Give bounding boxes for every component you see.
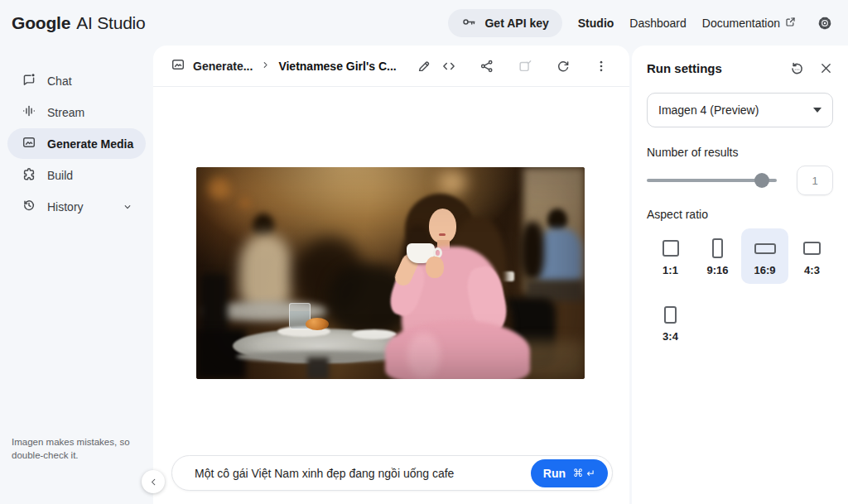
run-button-label: Run xyxy=(543,467,566,480)
run-settings-header: Run settings xyxy=(647,60,833,76)
photo-shape xyxy=(438,169,466,194)
content-shell: Generate... Vietnamese Girl's C... xyxy=(153,46,848,504)
top-nav: Get API key Studio Dashboard Documentati… xyxy=(448,9,833,37)
aspect-option-4-3[interactable]: 4:3 xyxy=(788,228,836,284)
aspect-3-4-icon xyxy=(664,304,677,325)
nav-documentation-label: Documentation xyxy=(702,17,780,30)
sidebar-nav: Chat Stream Generate Media Build History xyxy=(0,46,153,222)
photo-shape xyxy=(407,333,441,379)
photo-shape xyxy=(307,358,329,379)
photo-shape xyxy=(306,318,329,330)
aspect-option-label: 16:9 xyxy=(754,264,775,276)
sidebar-item-label: Generate Media xyxy=(47,137,133,151)
photo-shape xyxy=(385,320,530,379)
save-prompt-icon[interactable] xyxy=(518,59,532,74)
sidebar: Chat Stream Generate Media Build History xyxy=(0,46,153,504)
breadcrumb-current-title: Vietnamese Girl's C... xyxy=(278,60,396,73)
edit-title-pencil-icon[interactable] xyxy=(417,59,431,74)
model-disclaimer: Imagen makes mistakes, so double-check i… xyxy=(12,435,130,462)
history-icon xyxy=(22,198,36,215)
photo-shape xyxy=(352,329,397,339)
generate-media-icon xyxy=(22,135,36,152)
aspect-4-3-icon xyxy=(803,238,821,259)
chevron-down-icon[interactable] xyxy=(122,201,133,213)
get-api-key-label: Get API key xyxy=(484,17,548,30)
prompt-toolbar: Generate... Vietnamese Girl's C... xyxy=(153,46,629,87)
get-api-key-button[interactable]: Get API key xyxy=(448,9,561,37)
run-settings-title: Run settings xyxy=(647,61,775,75)
photo-shape xyxy=(426,257,444,278)
media-breadcrumb-icon xyxy=(171,57,186,74)
nav-dashboard[interactable]: Dashboard xyxy=(629,17,687,30)
photo-shape xyxy=(239,233,292,310)
share-icon[interactable] xyxy=(479,59,494,74)
top-bar: Google AI Studio Get API key Studio Dash… xyxy=(0,0,848,46)
nav-documentation[interactable]: Documentation xyxy=(702,16,797,31)
aspect-option-label: 3:4 xyxy=(662,330,678,343)
results-slider-thumb[interactable] xyxy=(754,173,769,188)
aspect-option-label: 4:3 xyxy=(804,264,820,276)
stream-waveform-icon xyxy=(22,103,36,121)
sidebar-item-generate-media[interactable]: Generate Media xyxy=(7,128,146,159)
photo-shape xyxy=(200,273,228,336)
sidebar-item-chat[interactable]: Chat xyxy=(7,65,146,96)
sidebar-item-label: History xyxy=(47,200,84,214)
key-icon xyxy=(461,14,477,32)
dropdown-caret-icon xyxy=(813,108,822,113)
sidebar-item-build[interactable]: Build xyxy=(7,160,146,190)
main-content-card: Generate... Vietnamese Girl's C... xyxy=(153,46,629,504)
run-shortcut-hint: ⌘ ↵ xyxy=(573,467,595,479)
get-code-icon[interactable] xyxy=(441,59,456,74)
model-selector[interactable]: Imagen 4 (Preview) xyxy=(647,93,833,127)
nav-studio[interactable]: Studio xyxy=(578,17,614,30)
number-of-results-label: Number of results xyxy=(647,146,833,159)
logo-suffix: AI Studio xyxy=(76,13,145,33)
google-ai-studio-logo[interactable]: Google AI Studio xyxy=(12,13,146,33)
aspect-option-1-1[interactable]: 1:1 xyxy=(647,228,694,284)
aspect-9-16-icon xyxy=(712,238,723,259)
sidebar-item-history[interactable]: History xyxy=(7,191,146,222)
run-button[interactable]: Run ⌘ ↵ xyxy=(531,459,608,487)
model-selector-value: Imagen 4 (Preview) xyxy=(658,103,759,117)
breadcrumb-parent[interactable]: Generate... xyxy=(193,60,253,73)
aspect-16-9-icon xyxy=(754,238,776,259)
aspect-option-3-4[interactable]: 3:4 xyxy=(647,295,694,350)
close-panel-icon[interactable] xyxy=(819,61,833,75)
disclaimer-line-1: Imagen makes mistakes, so xyxy=(12,435,130,449)
aspect-option-16-9-selected[interactable]: 16:9 xyxy=(741,228,788,284)
refresh-icon[interactable] xyxy=(556,59,571,74)
photo-shape xyxy=(429,209,456,243)
sidebar-item-stream[interactable]: Stream xyxy=(7,97,146,127)
reset-settings-icon[interactable] xyxy=(789,60,805,76)
prompt-bar: Run ⌘ ↵ xyxy=(171,455,613,491)
aspect-option-9-16[interactable]: 9:16 xyxy=(694,228,741,284)
disclaimer-line-2: double-check it. xyxy=(12,449,130,462)
aspect-ratio-label: Aspect ratio xyxy=(647,208,833,221)
more-options-kebab-icon[interactable] xyxy=(594,59,609,74)
results-value-box[interactable]: 1 xyxy=(797,166,833,195)
photo-shape xyxy=(439,233,446,236)
aspect-option-label: 9:16 xyxy=(706,264,728,276)
aspect-option-label: 1:1 xyxy=(662,264,678,276)
generated-image[interactable] xyxy=(196,167,585,379)
prompt-input[interactable] xyxy=(193,466,531,481)
breadcrumb: Generate... Vietnamese Girl's C... xyxy=(171,57,431,74)
photo-shape xyxy=(196,329,246,379)
build-icon xyxy=(22,166,36,184)
logo-google: Google xyxy=(12,13,70,33)
sidebar-item-label: Chat xyxy=(47,74,72,88)
photo-shape xyxy=(208,177,229,199)
aspect-1-1-icon xyxy=(662,238,679,259)
external-link-icon xyxy=(784,16,797,31)
results-slider[interactable] xyxy=(647,179,777,182)
number-of-results-row: 1 xyxy=(647,171,833,190)
chat-icon xyxy=(22,72,36,89)
toolbar-actions xyxy=(441,59,609,74)
sidebar-item-label: Stream xyxy=(47,106,84,119)
breadcrumb-separator-icon xyxy=(260,60,271,73)
aspect-ratio-options: 1:1 9:16 16:9 4:3 3:4 xyxy=(647,228,839,350)
photo-shape xyxy=(521,222,544,280)
photo-shape xyxy=(239,197,251,209)
collapse-sidebar-button[interactable] xyxy=(142,470,165,493)
settings-gear-icon[interactable] xyxy=(817,15,833,31)
